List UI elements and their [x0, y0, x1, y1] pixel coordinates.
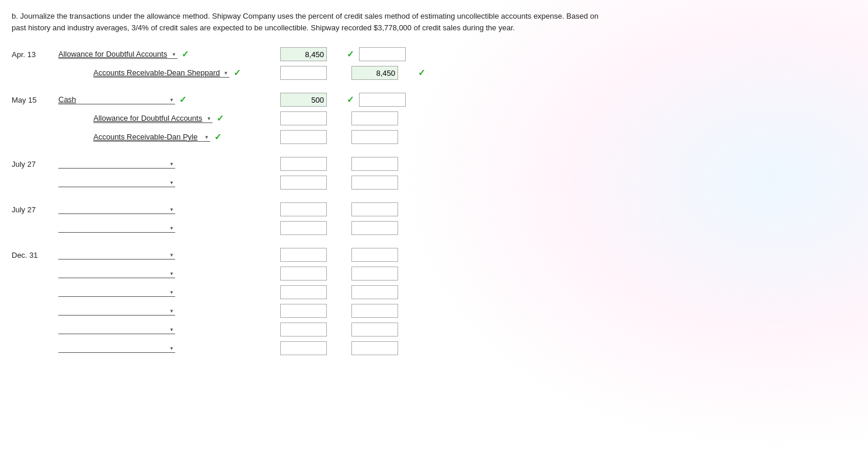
debit-col-july27a-1 — [280, 157, 344, 171]
debit-col-july27a-2 — [280, 176, 344, 190]
credit-input-may15-2[interactable] — [351, 111, 398, 125]
debit-col-july27b-2 — [280, 221, 344, 235]
debit-input-apr13-2[interactable] — [280, 66, 327, 80]
account-select-dec31-4[interactable] — [58, 306, 175, 316]
debit-input-dec31-4[interactable] — [280, 304, 327, 318]
debit-input-dec31-5[interactable] — [280, 323, 327, 337]
account-select-dec31-1[interactable] — [58, 250, 175, 260]
date-apr13: Apr. 13 — [12, 50, 58, 59]
account-may15-line2: Allowance for Doubtful Accounts ✓ — [58, 113, 257, 124]
journal-table: Apr. 13 Allowance for Doubtful Accounts … — [12, 46, 856, 356]
account-may15-line1: Cash ✓ — [58, 94, 257, 105]
entry-july27b-row1: July 27 — [12, 201, 856, 218]
account-dec31-line5 — [58, 325, 257, 334]
check-may15-1: ✓ — [179, 94, 187, 105]
check-may15-2: ✓ — [217, 113, 224, 124]
account-may15-line3: Accounts Receivable-Dan Pyle ✓ — [58, 132, 257, 142]
debit-input-may15-3[interactable] — [280, 130, 327, 144]
debit-col-dec31-3 — [280, 285, 344, 299]
credit-col-dec31-5 — [351, 323, 416, 337]
credit-input-july27b-2[interactable] — [351, 221, 398, 235]
debit-col-dec31-6 — [280, 341, 344, 355]
entry-dec31-row3 — [12, 284, 856, 300]
credit-col-july27a-2 — [351, 176, 416, 190]
credit-input-dec31-1[interactable] — [351, 248, 398, 262]
credit-input-dec31-3[interactable] — [351, 285, 398, 299]
check-credit-apr13-2: ✓ — [418, 68, 426, 78]
entry-dec31-row2 — [12, 265, 856, 282]
credit-col-apr13-2 — [351, 66, 416, 80]
credit-input-dec31-5[interactable] — [351, 323, 398, 337]
entry-dec31-row4 — [12, 303, 856, 319]
debit-col-dec31-2 — [280, 267, 344, 281]
account-dec31-line3 — [58, 288, 257, 297]
credit-col-may15-2 — [351, 111, 416, 125]
account-select-may15-1[interactable]: Cash — [58, 95, 175, 104]
date-dec31: Dec. 31 — [12, 251, 58, 260]
account-dec31-line2 — [58, 269, 257, 278]
credit-input-may15-3[interactable] — [351, 130, 398, 144]
date-july27a: July 27 — [12, 160, 58, 169]
debit-input-dec31-6[interactable] — [280, 341, 327, 355]
account-select-apr13-2[interactable]: Accounts Receivable-Dean Sheppard — [93, 68, 229, 78]
credit-col-apr13-1 — [359, 47, 423, 61]
debit-input-july27b-2[interactable] — [280, 221, 327, 235]
entry-july27b-row2 — [12, 220, 856, 236]
credit-col-dec31-4 — [351, 304, 416, 318]
debit-input-july27a-2[interactable] — [280, 176, 327, 190]
entry-apr13-row1: Apr. 13 Allowance for Doubtful Accounts … — [12, 46, 856, 62]
debit-input-july27a-1[interactable] — [280, 157, 327, 171]
credit-col-dec31-1 — [351, 248, 416, 262]
credit-input-apr13-2[interactable] — [351, 66, 398, 80]
credit-input-july27b-1[interactable] — [351, 202, 398, 216]
check-debit-may15-1: ✓ — [347, 94, 354, 105]
date-may15: May 15 — [12, 96, 58, 104]
account-july27b-line2 — [58, 223, 257, 233]
entry-july27a-row1: July 27 — [12, 156, 856, 172]
account-dec31-line4 — [58, 306, 257, 316]
debit-input-may15-2[interactable] — [280, 111, 327, 125]
debit-input-dec31-1[interactable] — [280, 248, 327, 262]
account-select-july27a-2[interactable] — [58, 178, 175, 187]
credit-input-july27a-2[interactable] — [351, 176, 398, 190]
debit-col-apr13-2 — [280, 66, 344, 80]
account-select-dec31-6[interactable] — [58, 344, 175, 353]
credit-input-dec31-4[interactable] — [351, 304, 398, 318]
credit-input-may15-1[interactable] — [359, 93, 406, 107]
debit-input-apr13-1[interactable] — [280, 47, 327, 61]
account-select-july27b-1[interactable] — [58, 205, 175, 214]
account-apr13-line2: Accounts Receivable-Dean Sheppard ✓ — [58, 68, 257, 78]
debit-input-may15-1[interactable] — [280, 93, 327, 107]
entry-dec31-row1: Dec. 31 — [12, 247, 856, 263]
debit-col-apr13-1 — [280, 47, 344, 61]
account-select-july27a-1[interactable] — [58, 159, 175, 169]
account-select-july27b-2[interactable] — [58, 223, 175, 233]
credit-input-july27a-1[interactable] — [351, 157, 398, 171]
instruction-line1: b. Journalize the transactions under the… — [12, 10, 856, 22]
credit-input-apr13-1[interactable] — [359, 47, 406, 61]
credit-col-dec31-2 — [351, 267, 416, 281]
credit-input-dec31-2[interactable] — [351, 267, 398, 281]
debit-col-may15-1 — [280, 93, 344, 107]
debit-input-dec31-2[interactable] — [280, 267, 327, 281]
check-debit-apr13-1: ✓ — [347, 49, 354, 59]
account-dec31-line6 — [58, 344, 257, 353]
account-select-dec31-2[interactable] — [58, 269, 175, 278]
credit-col-july27a-1 — [351, 157, 416, 171]
check-apr13-1: ✓ — [182, 49, 189, 59]
debit-col-dec31-4 — [280, 304, 344, 318]
credit-input-dec31-6[interactable] — [351, 341, 398, 355]
debit-col-july27b-1 — [280, 202, 344, 216]
account-select-dec31-5[interactable] — [58, 325, 175, 334]
debit-input-july27b-1[interactable] — [280, 202, 327, 216]
debit-col-may15-3 — [280, 130, 344, 144]
account-dec31-line1 — [58, 250, 257, 260]
credit-col-may15-1 — [359, 93, 423, 107]
debit-input-dec31-3[interactable] — [280, 285, 327, 299]
account-select-may15-3[interactable]: Accounts Receivable-Dan Pyle — [93, 132, 210, 142]
account-select-dec31-3[interactable] — [58, 288, 175, 297]
date-july27b: July 27 — [12, 205, 58, 214]
account-select-apr13-1[interactable]: Allowance for Doubtful Accounts — [58, 50, 177, 59]
account-select-may15-2[interactable]: Allowance for Doubtful Accounts — [93, 114, 212, 123]
entry-apr13-row2: Accounts Receivable-Dean Sheppard ✓ ✓ — [12, 65, 856, 81]
